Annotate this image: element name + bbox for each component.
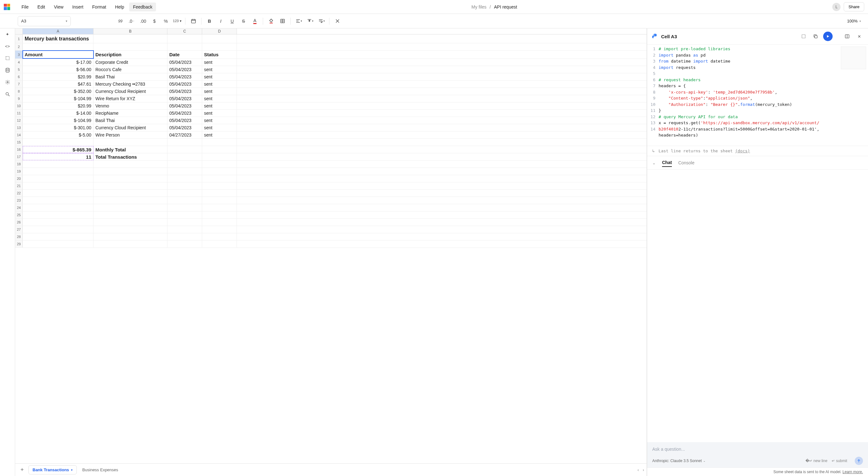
cell-amount[interactable]: $-352.00 bbox=[23, 88, 93, 95]
menu-edit[interactable]: Edit bbox=[34, 3, 49, 11]
tab-prev-icon[interactable]: ‹ bbox=[638, 468, 639, 472]
send-button[interactable] bbox=[855, 457, 863, 465]
col-header-B[interactable]: B bbox=[93, 28, 167, 34]
bold-icon[interactable]: B bbox=[204, 16, 215, 26]
cell-status[interactable]: sent bbox=[202, 73, 237, 80]
cell-status[interactable]: sent bbox=[202, 59, 237, 66]
cell-date[interactable]: 05/04/2023 bbox=[167, 95, 202, 102]
text-wrap-icon[interactable]: ▾ bbox=[316, 16, 327, 26]
cell-amount[interactable]: $47.61 bbox=[23, 81, 93, 88]
text-color-icon[interactable]: A bbox=[250, 16, 260, 26]
tab-chat[interactable]: Chat bbox=[662, 159, 672, 167]
cell-desc[interactable]: Wire Return for XYZ bbox=[93, 95, 167, 102]
spreadsheet-grid[interactable]: A B C D 1Mercury bank transactions 2 3 A… bbox=[15, 28, 647, 463]
cell-date[interactable]: 04/27/2023 bbox=[167, 131, 202, 139]
close-icon[interactable]: ✕ bbox=[855, 32, 864, 41]
breadcrumb-root[interactable]: My files bbox=[472, 4, 487, 9]
learn-more-link[interactable]: Learn more. bbox=[842, 470, 863, 474]
number-format-icon[interactable]: 123 ▾ bbox=[172, 16, 183, 26]
cell-date[interactable]: 05/04/2023 bbox=[167, 102, 202, 109]
fill-color-icon[interactable] bbox=[266, 16, 276, 26]
cell-status[interactable]: sent bbox=[202, 117, 237, 124]
cell-date[interactable]: 05/04/2023 bbox=[167, 73, 202, 80]
col-header-A[interactable]: A bbox=[23, 28, 93, 34]
cell-status[interactable]: sent bbox=[202, 95, 237, 102]
cell-amount[interactable]: $20.99 bbox=[23, 102, 93, 109]
menu-insert[interactable]: Insert bbox=[68, 3, 87, 11]
cell-date[interactable]: 05/04/2023 bbox=[167, 124, 202, 131]
underline-icon[interactable]: U bbox=[227, 16, 238, 26]
cell-amount[interactable]: $-301.00 bbox=[23, 124, 93, 131]
number-format-auto[interactable]: 99 bbox=[115, 16, 126, 26]
minimap[interactable] bbox=[841, 47, 866, 69]
cell-desc[interactable]: Corporate Credit bbox=[93, 59, 167, 66]
zoom-select[interactable]: 100% ▾ bbox=[844, 18, 864, 25]
cell-date[interactable]: 05/04/2023 bbox=[167, 81, 202, 88]
header-date[interactable]: Date bbox=[167, 51, 202, 58]
collapse-icon[interactable] bbox=[799, 32, 808, 41]
monthly-total-value[interactable]: $-865.39 bbox=[23, 146, 93, 153]
total-tx-value[interactable]: 11 bbox=[23, 153, 93, 160]
align-vertical-icon[interactable]: ▾ bbox=[305, 16, 315, 26]
total-tx-label[interactable]: Total Transactions bbox=[93, 153, 167, 160]
cell-amount[interactable]: $-104.99 bbox=[23, 95, 93, 102]
decrease-decimal-icon[interactable]: .0← bbox=[126, 16, 137, 26]
menu-feedback[interactable]: Feedback bbox=[129, 3, 156, 11]
sheet-title[interactable]: Mercury bank transactions bbox=[23, 34, 93, 43]
sheet-tab-bank[interactable]: Bank Transactions ▾ bbox=[28, 465, 77, 474]
code-editor[interactable]: 1234567891011121314 # import pre-loaded … bbox=[647, 44, 868, 146]
cell-desc[interactable]: Basil Thai bbox=[93, 117, 167, 124]
settings-icon[interactable] bbox=[4, 79, 11, 85]
cell-date[interactable]: 05/04/2023 bbox=[167, 117, 202, 124]
menu-view[interactable]: View bbox=[50, 3, 67, 11]
header-amount[interactable]: Amount bbox=[23, 51, 93, 58]
header-description[interactable]: Description bbox=[93, 51, 167, 58]
run-button[interactable] bbox=[823, 32, 833, 41]
add-sheet-button[interactable]: + bbox=[18, 466, 27, 474]
avatar[interactable]: L bbox=[832, 3, 840, 11]
breadcrumb-current[interactable]: API request bbox=[494, 4, 517, 9]
menu-format[interactable]: Format bbox=[88, 3, 110, 11]
header-status[interactable]: Status bbox=[202, 51, 237, 58]
app-logo[interactable] bbox=[4, 4, 10, 10]
sheet-tab-expenses[interactable]: Business Expenses bbox=[79, 466, 122, 474]
docs-link[interactable]: (docs) bbox=[735, 149, 750, 153]
currency-icon[interactable]: $ bbox=[149, 16, 160, 26]
ai-sparkle-icon[interactable]: ✦ bbox=[4, 31, 11, 37]
cell-amount[interactable]: $-56.00 bbox=[23, 66, 93, 73]
col-header-D[interactable]: D bbox=[202, 28, 237, 34]
cell-amount[interactable]: $-14.00 bbox=[23, 110, 93, 117]
tab-console[interactable]: Console bbox=[678, 159, 694, 167]
cell-status[interactable]: sent bbox=[202, 88, 237, 95]
cell-amount[interactable]: $-5.00 bbox=[23, 131, 93, 139]
cell-status[interactable]: sent bbox=[202, 66, 237, 73]
col-header-C[interactable]: C bbox=[167, 28, 202, 34]
menu-help[interactable]: Help bbox=[111, 3, 128, 11]
monthly-total-label[interactable]: Monthly Total bbox=[93, 146, 167, 153]
split-view-icon[interactable] bbox=[843, 32, 851, 41]
code-icon[interactable]: <> bbox=[4, 43, 11, 49]
copy-icon[interactable] bbox=[811, 32, 820, 41]
cell-desc[interactable]: Venmo bbox=[93, 102, 167, 109]
cell-desc[interactable]: Currency Cloud Recipient bbox=[93, 124, 167, 131]
cell-amount[interactable]: $-17.00 bbox=[23, 59, 93, 66]
chevron-down-icon[interactable]: ⌄ bbox=[652, 160, 656, 165]
cell-status[interactable]: sent bbox=[202, 102, 237, 109]
cell-desc[interactable]: Wire Person bbox=[93, 131, 167, 139]
share-button[interactable]: Share bbox=[844, 2, 864, 11]
cell-date[interactable]: 05/04/2023 bbox=[167, 88, 202, 95]
database-icon[interactable] bbox=[4, 67, 11, 73]
italic-icon[interactable]: I bbox=[215, 16, 226, 26]
strikethrough-icon[interactable]: S bbox=[238, 16, 249, 26]
cell-status[interactable]: sent bbox=[202, 81, 237, 88]
cell-date[interactable]: 05/04/2023 bbox=[167, 66, 202, 73]
clear-format-icon[interactable] bbox=[332, 16, 343, 26]
cell-reference-input[interactable]: A3▾ bbox=[18, 16, 71, 26]
cell-desc[interactable]: Mercury Checking ••2783 bbox=[93, 81, 167, 88]
model-selector[interactable]: Anthropic: Claude 3.5 Sonnet ⌄ bbox=[652, 458, 706, 463]
cell-date[interactable]: 05/04/2023 bbox=[167, 110, 202, 117]
cell-status[interactable]: sent bbox=[202, 131, 237, 139]
cell-status[interactable]: sent bbox=[202, 110, 237, 117]
cell-date[interactable]: 05/04/2023 bbox=[167, 59, 202, 66]
cell-amount[interactable]: $20.99 bbox=[23, 73, 93, 80]
